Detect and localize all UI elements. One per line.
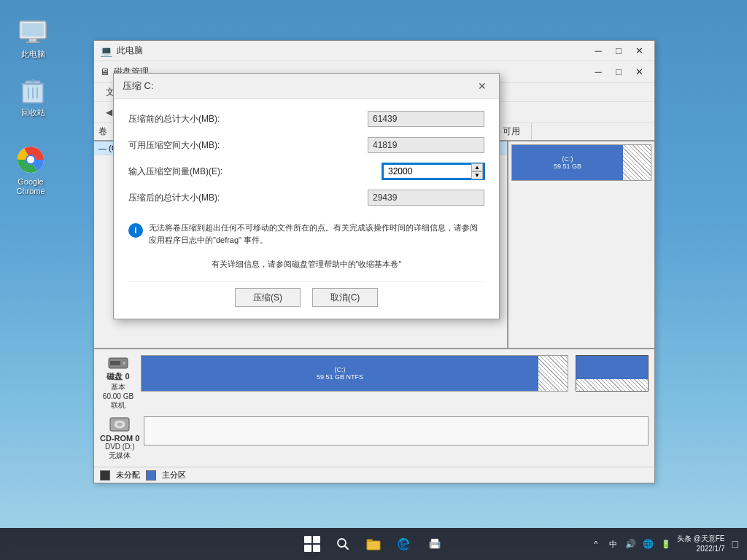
- clock-tray-text: 头条 @天意FE: [677, 534, 725, 544]
- cdrom0-visual-bar: [144, 416, 649, 446]
- desktop-icon-this-pc-label: 此电脑: [21, 50, 45, 59]
- tray-lang-icon[interactable]: 中: [607, 537, 620, 551]
- dialog-titlebar: 压缩 C: ✕: [114, 74, 499, 99]
- search-button[interactable]: [330, 531, 356, 557]
- svg-line-22: [345, 546, 349, 550]
- disk0-main-segment: (C:) 59.51 GB NTFS: [142, 356, 538, 391]
- vis-blue: [576, 356, 648, 379]
- field-available-label: 可用压缩空间大小(MB):: [128, 139, 368, 152]
- taskbar: ^ 中 🔊 🌐 🔋 头条 @天意FE 2022/1/7 □: [0, 528, 747, 560]
- svg-text:♻: ♻: [31, 78, 36, 85]
- tray-network-icon[interactable]: 🌐: [642, 537, 655, 551]
- this-pc-title: 此电脑: [117, 44, 143, 57]
- shrink-dialog: 压缩 C: ✕ 压缩前的总计大小(MB): 61439 可用压缩空间大小(MB)…: [113, 73, 500, 319]
- shrink-amount-spinner[interactable]: ▲ ▼: [382, 163, 484, 179]
- chrome-icon: [16, 145, 45, 174]
- spinner-down-btn[interactable]: ▼: [471, 171, 483, 179]
- legend-primary-box: [146, 470, 156, 481]
- disk-info-bottom: 磁盘 0 基本 60.00 GB 联机 (C:) 59.51 GB NTFS: [94, 348, 654, 467]
- disk0-c-segment: (C:)59.51 GB: [512, 145, 623, 180]
- this-pc-titlebar[interactable]: 💻 此电脑 ─ □ ✕: [94, 41, 654, 61]
- legend-unalloc-label: 未分配: [116, 470, 140, 481]
- tray-chevron-icon[interactable]: ^: [589, 537, 603, 551]
- field-available: 可用压缩空间大小(MB): 41819: [128, 137, 484, 153]
- clock-date: 2022/1/7: [677, 544, 725, 554]
- desktop-icon-chrome[interactable]: Google Chrome: [5, 142, 56, 199]
- svg-rect-26: [431, 539, 438, 542]
- cdrom0-label: CD-ROM 0: [100, 434, 139, 443]
- cdrom0-info-row: CD-ROM 0 DVD (D:) 无媒体: [97, 413, 651, 464]
- cancel-button[interactable]: 取消(C): [312, 288, 378, 307]
- legend-unalloc-box: [100, 470, 110, 481]
- this-pc-maximize-btn[interactable]: □: [609, 44, 628, 58]
- disk0-free-segment: [538, 356, 568, 391]
- printer-button[interactable]: [422, 531, 448, 557]
- field-shrink-amount: 输入压缩空间量(MB)(E): ▲ ▼: [128, 163, 484, 179]
- disk0-visual-bar: (C:) 59.51 GB NTFS: [141, 355, 568, 392]
- svg-rect-16: [110, 361, 120, 365]
- dialog-title: 压缩 C:: [123, 79, 154, 93]
- tray-sound-icon[interactable]: 🔊: [624, 537, 638, 551]
- dialog-info-box: i 无法将卷压缩到超出任何不可移动的文件所在的点。有关完成该操作时间的详细信息，…: [128, 216, 484, 252]
- desktop-icon-recycle-label: 回收站: [21, 108, 45, 117]
- desktop: 此电脑 ♻ 回收站: [0, 0, 747, 560]
- shrink-button[interactable]: 压缩(S): [235, 288, 301, 307]
- legend-primary-label: 主分区: [162, 470, 186, 481]
- svg-rect-2: [29, 39, 36, 42]
- field-total-before-value: 61439: [368, 111, 484, 127]
- field-shrink-amount-label: 输入压缩空间量(MB)(E):: [128, 166, 382, 178]
- taskbar-center: [299, 531, 448, 557]
- cdrom0-status: 无媒体: [109, 451, 131, 461]
- svg-point-20: [119, 424, 120, 425]
- disk0-label: 磁盘 0: [107, 371, 129, 382]
- svg-point-27: [438, 543, 439, 545]
- desktop-icon-chrome-label: Google Chrome: [8, 177, 53, 196]
- shrink-amount-input[interactable]: [384, 165, 471, 178]
- desktop-icon-this-pc[interactable]: 此电脑: [7, 15, 58, 62]
- spinner-up-btn[interactable]: ▲: [471, 163, 483, 171]
- disk0-unalloc-segment: [623, 145, 651, 180]
- cdrom0-type: DVD (D:): [105, 443, 135, 451]
- disk0-type: 基本: [111, 382, 125, 392]
- start-button[interactable]: [299, 531, 325, 557]
- cdrom0-icon-box: CD-ROM 0 DVD (D:) 无媒体: [100, 416, 139, 461]
- this-pc-minimize-btn[interactable]: ─: [589, 44, 608, 58]
- visual-right-bar: [576, 355, 649, 392]
- disk-mgmt-maximize-btn[interactable]: □: [609, 65, 628, 79]
- disk-visual-panel: (C:)59.51 GB: [508, 141, 654, 348]
- svg-rect-3: [26, 42, 39, 43]
- disk0-size: 60.00 GB: [103, 392, 133, 400]
- info-icon: i: [128, 223, 143, 238]
- system-clock[interactable]: 头条 @天意FE 2022/1/7: [677, 534, 725, 554]
- disk-mgmt-close-btn[interactable]: ✕: [630, 65, 649, 79]
- svg-rect-25: [431, 545, 438, 548]
- svg-rect-1: [22, 23, 44, 36]
- spinner-arrows: ▲ ▼: [471, 163, 483, 179]
- file-explorer-button[interactable]: [360, 531, 387, 557]
- dialog-close-btn[interactable]: ✕: [474, 78, 490, 94]
- this-pc-close-btn[interactable]: ✕: [630, 44, 649, 58]
- svg-point-15: [122, 361, 126, 365]
- disk-legend: 未分配 主分区: [94, 467, 654, 483]
- disk-visual-right: [576, 355, 649, 392]
- disk0-bar: (C:)59.51 GB: [511, 144, 651, 181]
- field-available-value: 41819: [368, 137, 484, 153]
- disk0-icon-box: 磁盘 0 基本 60.00 GB 联机: [100, 355, 136, 411]
- dialog-buttons: 压缩(S) 取消(C): [128, 281, 484, 307]
- disk0-status: 联机: [111, 400, 125, 411]
- monitor-icon: [18, 18, 47, 47]
- windows-logo-icon: [304, 536, 320, 552]
- tray-battery-icon[interactable]: 🔋: [659, 537, 673, 551]
- edge-button[interactable]: [391, 531, 417, 557]
- dialog-body: 压缩前的总计大小(MB): 61439 可用压缩空间大小(MB): 41819 …: [114, 99, 499, 319]
- field-total-after-value: 29439: [368, 190, 484, 206]
- field-total-after-label: 压缩后的总计大小(MB):: [128, 192, 368, 204]
- desktop-icon-recycle[interactable]: ♻ 回收站: [7, 73, 58, 120]
- notification-btn[interactable]: □: [729, 537, 741, 551]
- disk-mgmt-minimize-btn[interactable]: ─: [589, 65, 608, 79]
- this-pc-icon: 💻: [100, 45, 112, 57]
- field-shrink-amount-input-wrapper: ▲ ▼: [382, 163, 484, 179]
- dialog-link-text: 有关详细信息，请参阅磁盘管理帮助中的"收缩基本卷": [128, 259, 484, 270]
- field-total-after: 压缩后的总计大小(MB): 29439: [128, 190, 484, 206]
- info-text: 无法将卷压缩到超出任何不可移动的文件所在的点。有关完成该操作时间的详细信息，请参…: [149, 222, 484, 246]
